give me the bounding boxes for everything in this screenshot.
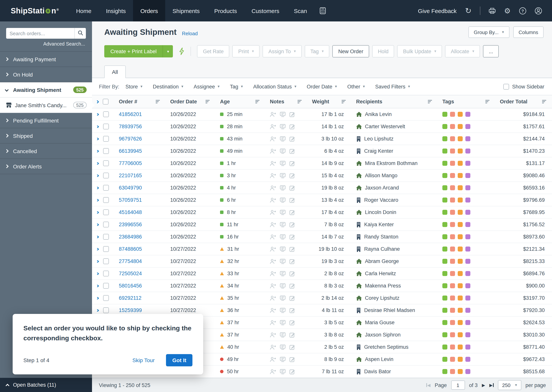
assign-user-icon[interactable]	[270, 173, 276, 178]
assign-user-icon[interactable]	[270, 136, 276, 141]
edit-note-icon[interactable]	[290, 246, 295, 252]
edit-note-icon[interactable]	[290, 271, 295, 276]
row-checkbox[interactable]	[103, 259, 109, 264]
assign-user-icon[interactable]	[270, 210, 276, 215]
edit-note-icon[interactable]	[290, 173, 295, 178]
assign-user-icon[interactable]	[270, 271, 276, 276]
edit-note-icon[interactable]	[290, 320, 295, 325]
toolbar-button-hold[interactable]: Hold	[372, 45, 394, 57]
edit-note-icon[interactable]	[290, 332, 295, 337]
order-number-link[interactable]: 96797626	[119, 136, 142, 142]
edit-note-icon[interactable]	[290, 148, 295, 154]
toolbar-button-more[interactable]: ...	[483, 45, 499, 57]
toolbar-button-assign-to[interactable]: Assign To▾	[263, 45, 302, 57]
nav-item-customers[interactable]: Customers	[244, 0, 287, 21]
note-icon[interactable]	[280, 246, 286, 252]
column-header-notes[interactable]: Notes	[265, 95, 307, 108]
order-number-link[interactable]: 87488605	[119, 246, 142, 252]
row-expand-chevron[interactable]	[92, 272, 103, 275]
nav-item-insights[interactable]: Insights	[99, 0, 133, 21]
note-icon[interactable]	[280, 308, 286, 313]
row-checkbox[interactable]	[103, 185, 109, 191]
show-sidebar-checkbox[interactable]	[503, 84, 509, 89]
note-icon[interactable]	[280, 295, 286, 301]
order-number-link[interactable]: 45164048	[119, 210, 142, 215]
note-icon[interactable]	[280, 332, 286, 337]
edit-note-icon[interactable]	[290, 136, 295, 141]
row-expand-chevron[interactable]	[92, 248, 103, 250]
skip-tour-link[interactable]: Skip Tour	[132, 357, 155, 363]
order-number-link[interactable]: 63049790	[119, 185, 142, 191]
brand-logo[interactable]: ShipStati⚙n®	[0, 6, 69, 15]
page-input[interactable]	[451, 380, 465, 390]
order-number-link[interactable]: 15259399	[119, 308, 142, 313]
row-checkbox[interactable]	[103, 197, 109, 203]
order-number-link[interactable]: 66139945	[119, 148, 142, 154]
edit-note-icon[interactable]	[290, 344, 295, 350]
assign-user-icon[interactable]	[270, 234, 276, 239]
note-icon[interactable]	[280, 271, 286, 276]
sidebar-item-cancelled[interactable]: Cancelled	[0, 144, 92, 159]
row-expand-chevron[interactable]	[92, 162, 103, 164]
note-icon[interactable]	[280, 344, 286, 350]
row-checkbox[interactable]	[103, 173, 109, 178]
row-expand-chevron[interactable]	[92, 113, 103, 115]
row-expand-chevron[interactable]	[92, 285, 103, 287]
row-checkbox[interactable]	[103, 308, 109, 313]
filter-destination[interactable]: Destination▾	[153, 84, 183, 89]
group-by-button[interactable]: Group By...▾	[468, 26, 509, 38]
sort-icon[interactable]	[156, 99, 161, 104]
order-number-link[interactable]: 41856201	[119, 112, 142, 117]
note-icon[interactable]	[280, 124, 286, 129]
row-checkbox[interactable]	[103, 283, 109, 289]
order-number-link[interactable]: 23996556	[119, 222, 142, 227]
edit-note-icon[interactable]	[290, 124, 295, 129]
advanced-search-link[interactable]: Advanced Search...	[6, 39, 86, 51]
assign-user-icon[interactable]	[270, 259, 276, 264]
edit-note-icon[interactable]	[290, 308, 295, 313]
tab-all[interactable]: All	[104, 65, 125, 78]
row-checkbox[interactable]	[103, 234, 109, 240]
assign-user-icon[interactable]	[270, 295, 276, 301]
row-expand-chevron[interactable]	[92, 297, 103, 299]
row-checkbox[interactable]	[103, 210, 109, 215]
column-header-tags[interactable]: Tags	[438, 95, 495, 108]
row-checkbox[interactable]	[103, 271, 109, 276]
assign-user-icon[interactable]	[270, 308, 276, 313]
lightning-icon[interactable]	[179, 48, 185, 55]
edit-note-icon[interactable]	[290, 112, 295, 117]
toolbar-button-get-rate[interactable]: Get Rate	[197, 45, 229, 57]
toolbar-button-bulk-update[interactable]: Bulk Update▾	[397, 45, 442, 57]
create-print-label-caret[interactable]: ▾	[163, 45, 173, 57]
select-all-checkbox[interactable]	[103, 99, 109, 105]
edit-note-icon[interactable]	[290, 210, 295, 215]
refresh-icon[interactable]: ↻	[465, 7, 472, 14]
give-feedback-link[interactable]: Give Feedback	[418, 7, 457, 14]
create-print-label-button[interactable]: Create + Print Label	[104, 45, 163, 57]
note-icon[interactable]	[280, 148, 286, 154]
row-expand-chevron[interactable]	[92, 125, 103, 128]
show-sidebar-toggle[interactable]: Show Sidebar	[503, 84, 544, 89]
note-icon[interactable]	[280, 234, 286, 239]
order-number-link[interactable]: 78939756	[119, 124, 142, 129]
assign-user-icon[interactable]	[270, 124, 276, 129]
filter-saved-filters[interactable]: Saved Filters▾	[375, 84, 410, 89]
assign-user-icon[interactable]	[270, 283, 276, 288]
nav-item-shipments[interactable]: Shipments	[165, 0, 207, 21]
toolbar-button-new-order[interactable]: New Order	[333, 45, 369, 57]
note-icon[interactable]	[280, 259, 286, 264]
column-header-order[interactable]: Order #	[114, 95, 166, 108]
search-input[interactable]	[6, 28, 74, 39]
row-checkbox[interactable]	[103, 124, 109, 129]
order-number-link[interactable]: 23684986	[119, 234, 142, 240]
row-expand-chevron[interactable]	[92, 187, 103, 189]
sort-icon[interactable]	[341, 99, 347, 104]
row-expand-chevron[interactable]	[92, 223, 103, 226]
edit-note-icon[interactable]	[290, 185, 295, 190]
open-batches-bar[interactable]: Open Batches (11)	[0, 378, 92, 392]
first-page-button[interactable]: ◀	[426, 383, 430, 388]
nav-item-home[interactable]: Home	[69, 0, 99, 21]
edit-note-icon[interactable]	[290, 295, 295, 301]
sort-icon[interactable]	[485, 99, 490, 104]
reload-link[interactable]: Reload	[182, 30, 198, 36]
